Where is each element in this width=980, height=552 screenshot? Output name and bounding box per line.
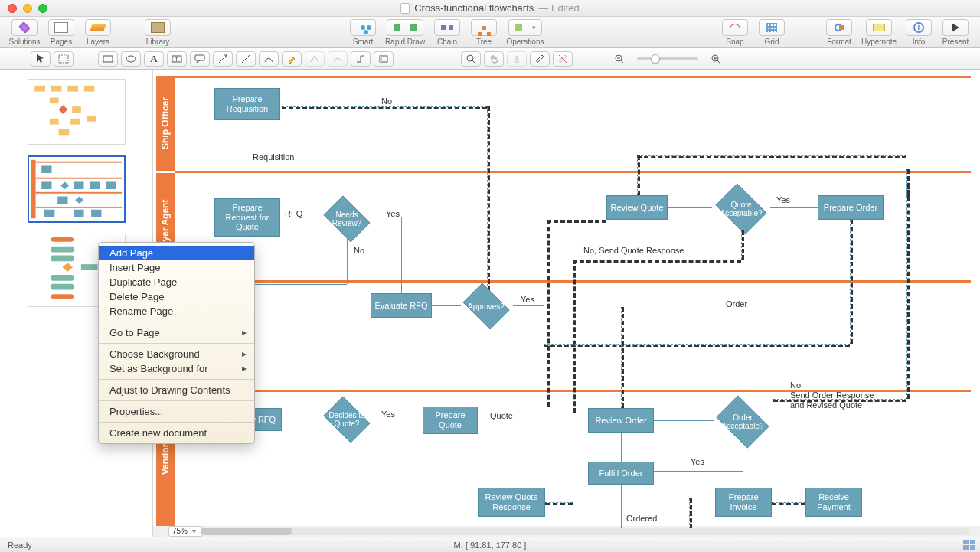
menu-choose-background[interactable]: Choose Background — [99, 347, 254, 361]
node-decides-quote[interactable]: Decides to Quote? — [320, 400, 374, 439]
arrow-tool[interactable] — [213, 51, 233, 67]
svg-rect-13 — [67, 86, 78, 92]
zoom-out-button[interactable] — [609, 51, 629, 67]
svg-rect-26 — [35, 207, 122, 208]
menu-properties[interactable]: Properties... — [99, 404, 254, 419]
toolbar-chain[interactable]: Chain — [429, 19, 466, 46]
svg-rect-43 — [51, 275, 73, 281]
node-prepare-requisition[interactable]: Prepare Requisition — [214, 88, 280, 120]
menu-duplicate-page[interactable]: Duplicate Page — [99, 275, 254, 289]
toolbar-snap[interactable]: Snap — [717, 19, 753, 46]
node-review-quote-response[interactable]: Review Quote Response — [478, 488, 545, 517]
status-mouse-coords: M: [ 91.81, 177.80 ] — [454, 541, 527, 550]
svg-rect-42 — [80, 264, 97, 270]
svg-rect-14 — [83, 86, 94, 92]
lane-head-ship-officer[interactable]: Ship Officer — [156, 76, 175, 171]
text-select-tool[interactable] — [54, 51, 74, 67]
curve-tool[interactable] — [259, 51, 279, 67]
ellipse-shape-tool[interactable] — [121, 51, 141, 67]
svg-marker-16 — [58, 105, 67, 114]
node-quote-acceptable[interactable]: Quote Acceptable? — [712, 188, 770, 230]
label-no-send-quote: No, Send Quote Response — [583, 246, 684, 255]
toolbar-operations[interactable]: ▾Operations — [502, 19, 548, 46]
eyedropper-tool[interactable] — [530, 51, 550, 67]
toolbar-library[interactable]: Library — [139, 19, 176, 46]
node-prepare-order[interactable]: Prepare Order — [818, 195, 884, 220]
label-yes-3: Yes — [521, 295, 534, 304]
callout-tool[interactable] — [190, 51, 210, 67]
connector2-tool[interactable] — [328, 51, 348, 67]
pointer-tool[interactable] — [31, 51, 51, 67]
menu-rename-page[interactable]: Rename Page — [99, 304, 254, 318]
toolbar-format[interactable]: Format — [821, 19, 858, 46]
line-tool[interactable] — [236, 51, 256, 67]
node-prepare-invoice[interactable]: Prepare Invoice — [715, 488, 772, 517]
drawing-canvas[interactable]: Ship Officer Buyer Agent Vendor Prepare … — [153, 70, 980, 526]
svg-rect-32 — [106, 181, 116, 189]
toolbar-tree[interactable]: Tree — [466, 19, 502, 46]
toolbar-smart[interactable]: Smart — [345, 19, 381, 46]
connector1-tool[interactable] — [305, 51, 325, 67]
box-tool[interactable] — [374, 51, 394, 67]
hand-tool[interactable] — [484, 51, 504, 67]
label-order: Order — [726, 299, 747, 309]
svg-rect-12 — [51, 86, 61, 92]
node-order-acceptable[interactable]: Order Acceptable? — [712, 400, 773, 443]
node-evaluate-rfq[interactable]: Evaluate RFQ — [371, 293, 432, 318]
highlighter-tool[interactable] — [282, 51, 302, 67]
label-no-1: No — [381, 96, 392, 106]
clear-format-tool[interactable] — [553, 51, 573, 67]
menu-adjust-contents[interactable]: Adjust to Drawing Contents — [99, 383, 254, 397]
node-receive-payment[interactable]: Receive Payment — [805, 488, 862, 517]
node-needs-review[interactable]: Needs Review? — [320, 200, 374, 238]
menu-insert-page[interactable]: Insert Page — [99, 260, 254, 275]
zoom-slider[interactable] — [637, 57, 698, 60]
zoom-in-button[interactable] — [706, 51, 726, 67]
main-toolbar: Solutions Pages Layers Library Smart Rap… — [0, 17, 980, 48]
toolbar-info[interactable]: iInfo — [900, 19, 937, 46]
toolbar-rapid-draw[interactable]: Rapid Draw — [381, 19, 429, 46]
menu-create-new-document[interactable]: Create new document — [99, 426, 254, 440]
node-prepare-quote[interactable]: Prepare Quote — [423, 407, 478, 434]
svg-rect-21 — [58, 129, 69, 135]
node-prepare-rfq[interactable]: Prepare Request for Quote — [214, 198, 280, 237]
stamp-tool[interactable] — [507, 51, 527, 67]
node-review-quote[interactable]: Review Quote — [606, 195, 668, 220]
connector3-tool[interactable] — [351, 51, 371, 67]
toolbar-solutions[interactable]: Solutions — [6, 19, 43, 46]
status-view-switch[interactable] — [963, 540, 975, 550]
node-review-order[interactable]: Review Order — [588, 408, 654, 433]
svg-rect-45 — [51, 294, 73, 299]
canvas-area[interactable]: Ship Officer Buyer Agent Vendor Prepare … — [153, 70, 980, 537]
textbox-tool[interactable]: T — [167, 51, 187, 67]
label-yes-5: Yes — [691, 457, 704, 466]
svg-rect-40 — [51, 255, 73, 261]
rect-shape-tool[interactable] — [98, 51, 118, 67]
node-fulfill-order[interactable]: Fulfill Order — [588, 462, 654, 485]
label-no-send-order: No, Send Order Response and Revised Quot… — [790, 381, 874, 411]
svg-rect-15 — [49, 97, 58, 103]
svg-rect-25 — [35, 192, 122, 194]
toolbar-present[interactable]: Present — [937, 19, 974, 46]
titlebar: Cross-functional flowcharts — Edited — [0, 0, 980, 17]
menu-go-to-page[interactable]: Go to Page — [99, 325, 254, 340]
menu-delete-page[interactable]: Delete Page — [99, 289, 254, 304]
page-thumbnail-2[interactable] — [28, 155, 126, 223]
svg-rect-18 — [49, 119, 58, 125]
toolbar-pages[interactable]: Pages — [43, 19, 80, 46]
menu-add-page[interactable]: Add Page — [99, 246, 254, 260]
toolbar-hypernote[interactable]: Hypernote — [858, 19, 900, 46]
node-approves[interactable]: Approves? — [459, 287, 513, 325]
toolbar-grid[interactable]: Grid — [753, 19, 790, 46]
label-no-2: No — [354, 246, 364, 255]
page-thumbnail-1[interactable] — [28, 79, 126, 145]
zoom-display[interactable]: 75%▾ — [168, 526, 203, 537]
text-tool[interactable]: A — [144, 51, 164, 67]
svg-point-2 — [126, 56, 136, 62]
svg-marker-29 — [60, 181, 69, 189]
menu-set-as-background[interactable]: Set as Background for — [99, 361, 254, 376]
svg-rect-38 — [51, 237, 73, 242]
toolbar-layers[interactable]: Layers — [80, 19, 116, 46]
horizontal-scrollbar[interactable] — [201, 528, 969, 535]
zoom-tool[interactable] — [461, 51, 481, 67]
